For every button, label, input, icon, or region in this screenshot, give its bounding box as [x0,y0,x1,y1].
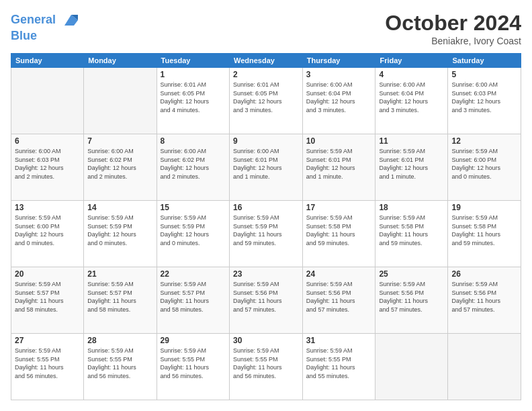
weekday-header-thursday: Thursday [302,54,375,68]
day-info: Sunrise: 5:59 AM Sunset: 5:55 PM Dayligh… [161,347,226,380]
calendar-week-row-5: 27Sunrise: 5:59 AM Sunset: 5:55 PM Dayli… [11,334,521,400]
calendar-cell: 23Sunrise: 5:59 AM Sunset: 5:56 PM Dayli… [229,267,302,334]
calendar-cell: 17Sunrise: 5:59 AM Sunset: 5:58 PM Dayli… [302,201,375,267]
day-info: Sunrise: 6:00 AM Sunset: 6:04 PM Dayligh… [306,81,372,114]
calendar-cell: 21Sunrise: 5:59 AM Sunset: 5:57 PM Dayli… [84,267,157,334]
calendar-cell: 14Sunrise: 5:59 AM Sunset: 5:59 PM Dayli… [84,201,157,267]
calendar-table: SundayMondayTuesdayWednesdayThursdayFrid… [11,53,521,400]
day-number: 22 [161,269,226,279]
day-number: 9 [233,136,299,146]
day-number: 4 [379,70,444,79]
day-number: 18 [379,203,444,212]
weekday-header-wednesday: Wednesday [229,54,302,68]
day-info: Sunrise: 5:59 AM Sunset: 6:00 PM Dayligh… [15,214,80,247]
calendar-cell: 11Sunrise: 5:59 AM Sunset: 6:01 PM Dayli… [375,134,448,201]
day-info: Sunrise: 5:59 AM Sunset: 5:57 PM Dayligh… [15,280,80,314]
day-number: 5 [451,70,517,79]
month-title: October 2024 [385,11,521,36]
logo-text: General [11,11,81,30]
calendar-cell: 25Sunrise: 5:59 AM Sunset: 5:56 PM Dayli… [375,267,448,334]
day-number: 7 [87,136,152,146]
calendar-week-row-2: 6Sunrise: 6:00 AM Sunset: 6:03 PM Daylig… [11,134,521,201]
day-info: Sunrise: 5:59 AM Sunset: 5:55 PM Dayligh… [233,347,299,380]
day-info: Sunrise: 5:59 AM Sunset: 5:55 PM Dayligh… [306,347,372,380]
calendar-cell: 26Sunrise: 5:59 AM Sunset: 5:56 PM Dayli… [448,267,521,334]
weekday-header-monday: Monday [84,54,157,68]
calendar-cell: 13Sunrise: 5:59 AM Sunset: 6:00 PM Dayli… [11,201,84,267]
calendar-cell: 9Sunrise: 6:00 AM Sunset: 6:01 PM Daylig… [229,134,302,201]
calendar-cell: 31Sunrise: 5:59 AM Sunset: 5:55 PM Dayli… [302,334,375,400]
day-number: 10 [306,136,372,146]
calendar-cell: 6Sunrise: 6:00 AM Sunset: 6:03 PM Daylig… [11,134,84,201]
day-number: 28 [87,336,152,345]
day-info: Sunrise: 6:01 AM Sunset: 6:05 PM Dayligh… [161,81,226,114]
day-info: Sunrise: 5:59 AM Sunset: 5:58 PM Dayligh… [306,214,372,247]
logo-icon [62,11,81,30]
calendar-cell: 5Sunrise: 6:00 AM Sunset: 6:03 PM Daylig… [448,68,521,134]
calendar-cell: 18Sunrise: 5:59 AM Sunset: 5:58 PM Dayli… [375,201,448,267]
day-number: 31 [306,336,372,345]
logo: General Blue [11,11,81,43]
weekday-header-sunday: Sunday [11,54,84,68]
day-number: 20 [15,269,80,279]
day-number: 26 [451,269,517,279]
day-number: 3 [306,70,372,79]
calendar-cell: 2Sunrise: 6:01 AM Sunset: 6:05 PM Daylig… [229,68,302,134]
calendar-cell: 28Sunrise: 5:59 AM Sunset: 5:55 PM Dayli… [84,334,157,400]
day-number: 21 [87,269,152,279]
day-info: Sunrise: 5:59 AM Sunset: 5:59 PM Dayligh… [233,214,299,247]
day-number: 1 [161,70,226,79]
page: General Blue October 2024 Beniakre, Ivor… [0,0,532,411]
weekday-header-row: SundayMondayTuesdayWednesdayThursdayFrid… [11,54,521,68]
day-number: 15 [161,203,226,212]
day-info: Sunrise: 5:59 AM Sunset: 6:01 PM Dayligh… [379,147,444,181]
day-number: 11 [379,136,444,146]
day-info: Sunrise: 5:59 AM Sunset: 5:55 PM Dayligh… [15,347,80,380]
calendar-week-row-3: 13Sunrise: 5:59 AM Sunset: 6:00 PM Dayli… [11,201,521,267]
calendar-cell: 12Sunrise: 5:59 AM Sunset: 6:00 PM Dayli… [448,134,521,201]
day-info: Sunrise: 5:59 AM Sunset: 6:01 PM Dayligh… [306,147,372,181]
day-info: Sunrise: 5:59 AM Sunset: 5:56 PM Dayligh… [379,280,444,314]
day-info: Sunrise: 5:59 AM Sunset: 6:00 PM Dayligh… [451,147,517,181]
calendar-cell: 20Sunrise: 5:59 AM Sunset: 5:57 PM Dayli… [11,267,84,334]
calendar-cell: 4Sunrise: 6:00 AM Sunset: 6:04 PM Daylig… [375,68,448,134]
calendar-cell: 10Sunrise: 5:59 AM Sunset: 6:01 PM Dayli… [302,134,375,201]
day-number: 17 [306,203,372,212]
day-info: Sunrise: 5:59 AM Sunset: 5:56 PM Dayligh… [233,280,299,314]
day-info: Sunrise: 5:59 AM Sunset: 5:57 PM Dayligh… [161,280,226,314]
day-info: Sunrise: 5:59 AM Sunset: 5:59 PM Dayligh… [161,214,226,247]
day-number: 29 [161,336,226,345]
calendar-cell: 27Sunrise: 5:59 AM Sunset: 5:55 PM Dayli… [11,334,84,400]
day-info: Sunrise: 6:00 AM Sunset: 6:02 PM Dayligh… [87,147,152,181]
day-number: 16 [233,203,299,212]
day-info: Sunrise: 6:01 AM Sunset: 6:05 PM Dayligh… [233,81,299,114]
calendar-cell: 24Sunrise: 5:59 AM Sunset: 5:56 PM Dayli… [302,267,375,334]
day-info: Sunrise: 5:59 AM Sunset: 5:59 PM Dayligh… [87,214,152,247]
weekday-header-tuesday: Tuesday [157,54,229,68]
day-number: 23 [233,269,299,279]
calendar-cell: 30Sunrise: 5:59 AM Sunset: 5:55 PM Dayli… [229,334,302,400]
calendar-cell [84,68,157,134]
calendar-cell: 3Sunrise: 6:00 AM Sunset: 6:04 PM Daylig… [302,68,375,134]
calendar-cell: 29Sunrise: 5:59 AM Sunset: 5:55 PM Dayli… [157,334,229,400]
day-number: 25 [379,269,444,279]
calendar-cell [375,334,448,400]
header: General Blue October 2024 Beniakre, Ivor… [11,11,521,46]
day-number: 6 [15,136,80,146]
day-number: 30 [233,336,299,345]
day-number: 13 [15,203,80,212]
calendar-cell: 7Sunrise: 6:00 AM Sunset: 6:02 PM Daylig… [84,134,157,201]
calendar-cell: 8Sunrise: 6:00 AM Sunset: 6:02 PM Daylig… [157,134,229,201]
day-number: 2 [233,70,299,79]
day-info: Sunrise: 6:00 AM Sunset: 6:03 PM Dayligh… [15,147,80,181]
day-info: Sunrise: 5:59 AM Sunset: 5:58 PM Dayligh… [379,214,444,247]
calendar-cell: 22Sunrise: 5:59 AM Sunset: 5:57 PM Dayli… [157,267,229,334]
day-number: 27 [15,336,80,345]
day-number: 19 [451,203,517,212]
day-info: Sunrise: 5:59 AM Sunset: 5:56 PM Dayligh… [451,280,517,314]
calendar-cell: 1Sunrise: 6:01 AM Sunset: 6:05 PM Daylig… [157,68,229,134]
day-number: 24 [306,269,372,279]
day-number: 8 [161,136,226,146]
logo-blue: Blue [11,30,81,43]
calendar-cell [448,334,521,400]
